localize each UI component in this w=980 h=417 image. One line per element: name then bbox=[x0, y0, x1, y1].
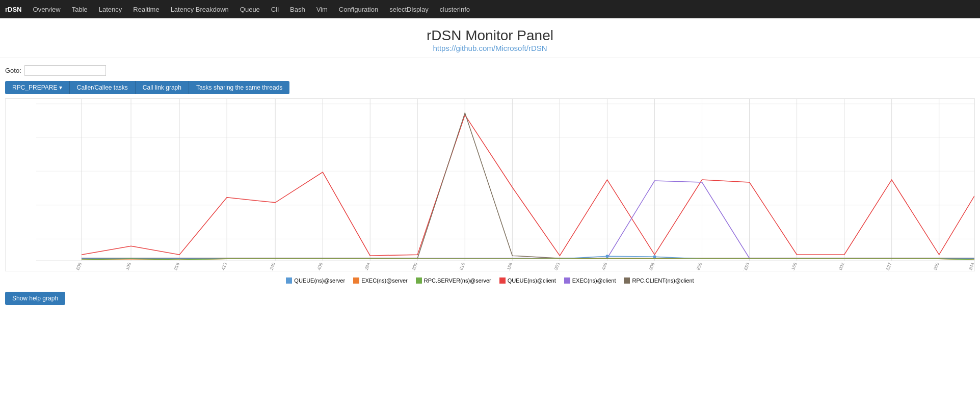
svg-text:13:37:35.800: 13:37:35.800 bbox=[405, 262, 418, 271]
svg-text:13:37:40.963: 13:37:40.963 bbox=[547, 262, 561, 271]
chart-svg: 13:37:23.608 13:37:26.108 13:37:26.916 1… bbox=[36, 99, 974, 271]
rpc-client-line bbox=[82, 113, 974, 258]
page-header: rDSN Monitor Panel https://github.com/Mi… bbox=[0, 18, 980, 58]
nav-overview[interactable]: Overview bbox=[28, 3, 66, 16]
legend-color-queue-client bbox=[499, 277, 506, 284]
svg-text:13:37:47.653: 13:37:47.653 bbox=[736, 262, 750, 271]
svg-text:13:37:23.608: 13:37:23.608 bbox=[69, 262, 83, 271]
goto-input[interactable] bbox=[24, 65, 106, 76]
svg-text:13:37:44.906: 13:37:44.906 bbox=[642, 262, 655, 271]
svg-text:13:37:55.844: 13:37:55.844 bbox=[962, 262, 974, 271]
svg-text:13:37:32.406: 13:37:32.406 bbox=[310, 262, 324, 271]
legend-label-exec-client: EXEC(ns)@client bbox=[572, 277, 616, 284]
nav-brand: rDSN bbox=[5, 6, 22, 13]
page-title: rDSN Monitor Panel bbox=[0, 27, 980, 44]
legend-rpc-server: RPC.SERVER(ns)@server bbox=[416, 277, 491, 284]
y-axis bbox=[6, 99, 35, 271]
svg-text:13:37:49.168: 13:37:49.168 bbox=[784, 262, 798, 271]
nav-selectdisplay[interactable]: selectDisplay bbox=[384, 3, 434, 16]
svg-text:13:37:54.960: 13:37:54.960 bbox=[926, 262, 940, 271]
svg-text:13:37:46.856: 13:37:46.856 bbox=[689, 262, 703, 271]
svg-text:13:37:52.527: 13:37:52.527 bbox=[879, 262, 892, 271]
legend-label-exec-server: EXEC(ns)@server bbox=[361, 277, 408, 284]
nav-clusterinfo[interactable]: clusterinfo bbox=[435, 3, 475, 16]
top-nav: rDSN Overview Table Latency Realtime Lat… bbox=[0, 0, 980, 18]
legend-color-exec-server bbox=[353, 277, 359, 284]
svg-point-46 bbox=[605, 255, 608, 258]
nav-cli[interactable]: Cli bbox=[266, 3, 284, 16]
svg-text:13:37:30.240: 13:37:30.240 bbox=[262, 262, 276, 271]
goto-label: Goto: bbox=[5, 67, 21, 74]
legend-label-queue-client: QUEUE(ns)@client bbox=[508, 277, 556, 284]
svg-text:13:37:51.002: 13:37:51.002 bbox=[831, 262, 845, 271]
tab-rpc-prepare[interactable]: RPC_PREPARE ▾ bbox=[5, 81, 70, 94]
legend-color-exec-client bbox=[564, 277, 570, 284]
svg-point-47 bbox=[653, 255, 656, 258]
nav-table[interactable]: Table bbox=[67, 3, 93, 16]
legend-color-queue-server bbox=[286, 277, 292, 284]
legend-exec-server: EXEC(ns)@server bbox=[353, 277, 408, 284]
svg-text:13:37:26.916: 13:37:26.916 bbox=[167, 262, 180, 271]
queue-client-line bbox=[82, 115, 974, 256]
github-link[interactable]: https://github.com/Microsoft/rDSN bbox=[433, 44, 547, 52]
legend: QUEUE(ns)@server EXEC(ns)@server RPC.SER… bbox=[5, 274, 975, 287]
legend-color-rpc-client bbox=[624, 277, 630, 284]
tab-call-link[interactable]: Call link graph bbox=[136, 81, 189, 94]
legend-rpc-client: RPC.CLIENT(ns)@client bbox=[624, 277, 694, 284]
nav-realtime[interactable]: Realtime bbox=[128, 3, 164, 16]
svg-text:13:37:28.423: 13:37:28.423 bbox=[214, 262, 228, 271]
nav-bash[interactable]: Bash bbox=[285, 3, 310, 16]
nav-latency[interactable]: Latency bbox=[94, 3, 127, 16]
exec-client-line bbox=[82, 181, 974, 258]
goto-bar: Goto: bbox=[5, 65, 975, 76]
show-help-graph-button[interactable]: Show help graph bbox=[5, 292, 65, 305]
legend-label-rpc-server: RPC.SERVER(ns)@server bbox=[424, 277, 491, 284]
nav-queue[interactable]: Queue bbox=[235, 3, 265, 16]
svg-text:13:37:26.108: 13:37:26.108 bbox=[118, 262, 132, 271]
svg-text:13:37:34.284: 13:37:34.284 bbox=[357, 262, 371, 271]
tab-buttons: RPC_PREPARE ▾ Caller/Callee tasks Call l… bbox=[5, 81, 975, 94]
chart-container: 13:37:23.608 13:37:26.108 13:37:26.916 1… bbox=[5, 98, 975, 271]
svg-text:13:37:39.156: 13:37:39.156 bbox=[499, 262, 513, 271]
svg-text:13:37:42.468: 13:37:42.468 bbox=[594, 262, 608, 271]
legend-color-rpc-server bbox=[416, 277, 422, 284]
nav-configuration[interactable]: Configuration bbox=[334, 3, 383, 16]
svg-text:13:37:37.616: 13:37:37.616 bbox=[452, 262, 466, 271]
tab-caller-callee[interactable]: Caller/Callee tasks bbox=[70, 81, 136, 94]
nav-latency-breakdown[interactable]: Latency Breakdown bbox=[166, 3, 234, 16]
legend-exec-client: EXEC(ns)@client bbox=[564, 277, 616, 284]
legend-label-rpc-client: RPC.CLIENT(ns)@client bbox=[632, 277, 694, 284]
main-content: Goto: RPC_PREPARE ▾ Caller/Callee tasks … bbox=[0, 58, 980, 310]
rpc-server-line bbox=[82, 259, 974, 260]
legend-queue-server: QUEUE(ns)@server bbox=[286, 277, 345, 284]
tab-tasks-threads[interactable]: Tasks sharing the same threads bbox=[189, 81, 289, 94]
legend-label-queue-server: QUEUE(ns)@server bbox=[294, 277, 345, 284]
legend-queue-client: QUEUE(ns)@client bbox=[499, 277, 556, 284]
nav-vim[interactable]: Vim bbox=[311, 3, 333, 16]
